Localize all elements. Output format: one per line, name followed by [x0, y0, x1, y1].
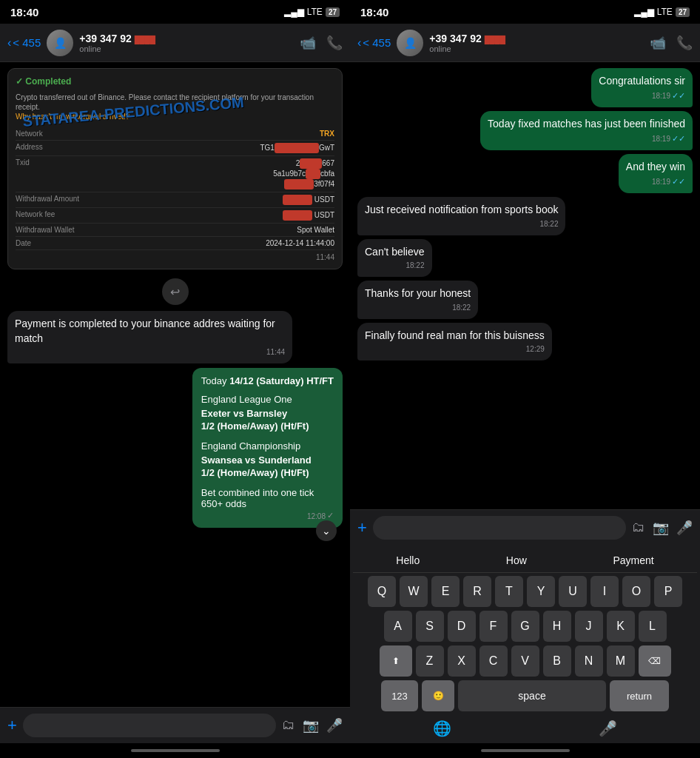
left-status-bar: 18:40 ▂▄▆ LTE 27 — [0, 0, 350, 24]
key-v[interactable]: V — [511, 645, 539, 677]
key-d[interactable]: D — [448, 611, 476, 642]
right-signal-icon: ▂▄▆ — [634, 7, 654, 17]
camera-icon[interactable]: 📷 — [303, 717, 319, 734]
right-sticker-icon[interactable]: 🗂 — [632, 520, 645, 536]
video-icon[interactable]: 📹 — [300, 35, 316, 51]
shift-key[interactable]: ⬆ — [380, 645, 412, 677]
right-status-bar: 18:40 ▂▄▆ LTE 27 — [350, 0, 700, 24]
check-double: ✓✓ — [672, 90, 685, 101]
green-bubble-footer: 12:08 ✓ — [201, 511, 334, 520]
key-y[interactable]: Y — [527, 576, 555, 607]
check-icon: ✓ — [327, 511, 334, 520]
key-z[interactable]: Z — [416, 645, 444, 677]
numbers-key[interactable]: 123 — [381, 680, 418, 711]
binance-row-date: Date 2024-12-14 11:44:00 — [16, 237, 334, 250]
mic-icon[interactable]: 🎤 — [326, 717, 343, 734]
msg-today-fixed: Today fixed matches has just been finish… — [480, 111, 693, 150]
key-q[interactable]: Q — [368, 576, 396, 607]
right-phone-icon[interactable]: 📞 — [676, 35, 693, 51]
emoji-key[interactable]: 🙂 — [422, 680, 454, 711]
left-plus-button[interactable]: + — [7, 716, 17, 735]
msg-footer: 11:44 — [15, 347, 285, 358]
key-m[interactable]: M — [607, 645, 635, 677]
right-chevron-icon: ‹ — [357, 36, 361, 50]
key-w[interactable]: W — [400, 576, 428, 607]
binance-row-address: Address TG1GwT — [16, 141, 334, 156]
msg-thanks: Thanks for your honest 18:22 — [357, 281, 478, 319]
key-x[interactable]: X — [448, 645, 476, 677]
suggestion-hello[interactable]: Hello — [388, 553, 427, 568]
right-contact-status: online — [429, 44, 644, 53]
right-mic-icon[interactable]: 🎤 — [676, 520, 693, 536]
key-s[interactable]: S — [416, 611, 444, 642]
key-t[interactable]: T — [495, 576, 523, 607]
right-contact-name: +39 347 92 ████ — [429, 33, 644, 44]
right-input-bar: + 🗂 📷 🎤 — [350, 509, 700, 546]
binance-row-fee: Network fee USDT — [16, 208, 334, 224]
left-input-bar: + 🗂 📷 🎤 — [0, 707, 350, 743]
key-i[interactable]: I — [590, 576, 619, 607]
msg-finally: Finally found real man for this buisness… — [357, 323, 552, 361]
suggestion-how[interactable]: How — [499, 553, 534, 568]
left-time: 18:40 — [10, 6, 38, 19]
right-video-icon[interactable]: 📹 — [650, 35, 666, 51]
suggestion-payment[interactable]: Payment — [605, 553, 661, 568]
right-back-button[interactable]: ‹ < 455 — [357, 36, 391, 50]
key-r[interactable]: R — [463, 576, 491, 607]
key-c[interactable]: C — [479, 645, 508, 677]
msg-cant-believe: Can't believe 18:22 — [357, 239, 432, 278]
scroll-down-button[interactable]: ⌄ — [316, 520, 337, 541]
match1-league: England League One — [201, 394, 334, 405]
right-battery-badge: 27 — [676, 7, 690, 17]
keyboard-suggestions: Hello How Payment — [353, 550, 697, 573]
keyboard-bottom: 🌐 🎤 — [353, 715, 697, 739]
right-plus-button[interactable]: + — [357, 518, 367, 537]
key-u[interactable]: U — [559, 576, 587, 607]
lte-label: LTE — [307, 7, 323, 17]
right-lte-label: LTE — [657, 7, 673, 17]
key-o[interactable]: O — [622, 576, 650, 607]
sticker-icon[interactable]: 🗂 — [282, 717, 295, 734]
globe-icon[interactable]: 🌐 — [433, 720, 451, 737]
home-indicator — [131, 749, 220, 752]
key-p[interactable]: P — [654, 576, 682, 607]
msg-and-they-win: And they win 18:19 ✓✓ — [619, 154, 693, 193]
right-camera-icon[interactable]: 📷 — [653, 520, 669, 536]
left-contact-count[interactable]: < 455 — [13, 36, 41, 49]
phone-icon[interactable]: 📞 — [326, 35, 343, 51]
left-chat-panel: 18:40 ▂▄▆ LTE 27 ‹ < 455 👤 +39 347 92 ██… — [0, 0, 350, 758]
bubble-heading: Today 14/12 (Saturday) HT/FT — [201, 375, 334, 386]
key-b[interactable]: B — [543, 645, 571, 677]
why-link[interactable]: Why hasn't my withdrawal arrived? — [16, 113, 129, 121]
left-message-input[interactable] — [23, 714, 276, 737]
left-status-icons: ▂▄▆ LTE 27 — [284, 7, 340, 17]
left-input-icons: 🗂 📷 🎤 — [282, 717, 343, 734]
key-a[interactable]: A — [384, 611, 412, 642]
key-k[interactable]: K — [607, 611, 635, 642]
forward-button[interactable]: ↩ — [162, 278, 189, 305]
key-l[interactable]: L — [639, 611, 667, 642]
keyboard-mic-icon[interactable]: 🎤 — [599, 720, 617, 737]
backspace-key[interactable]: ⌫ — [639, 645, 671, 677]
keyboard-row-2: A S D F G H J K L — [353, 611, 697, 642]
left-back-button[interactable]: ‹ < 455 — [7, 36, 41, 50]
space-key[interactable]: space — [458, 680, 606, 711]
msg-notification: Just received notification from sports b… — [357, 197, 565, 235]
right-message-input[interactable] — [373, 516, 626, 540]
right-contact-count[interactable]: < 455 — [363, 36, 391, 49]
key-g[interactable]: G — [511, 611, 539, 642]
binance-row-amount: Withdrawal Amount USDT — [16, 192, 334, 208]
match1-teams: Exeter vs Barnsley — [201, 408, 334, 419]
binance-display-time: 11:44 — [16, 253, 334, 261]
key-j[interactable]: J — [575, 611, 603, 642]
right-chat-body: Congratulations sir 18:19 ✓✓ Today fixed… — [350, 62, 700, 509]
return-key[interactable]: return — [610, 680, 669, 711]
match2-odds: 1/2 (Home/Away) (Ht/Ft) — [201, 467, 334, 478]
left-contact-info: +39 347 92 ████ online — [79, 33, 294, 53]
left-home-bar — [0, 743, 350, 758]
key-e[interactable]: E — [431, 576, 460, 607]
match1-odds: 1/2 (Home/Away) (Ht/Ft) — [201, 420, 334, 432]
key-f[interactable]: F — [479, 611, 508, 642]
key-n[interactable]: N — [575, 645, 603, 677]
key-h[interactable]: H — [543, 611, 571, 642]
